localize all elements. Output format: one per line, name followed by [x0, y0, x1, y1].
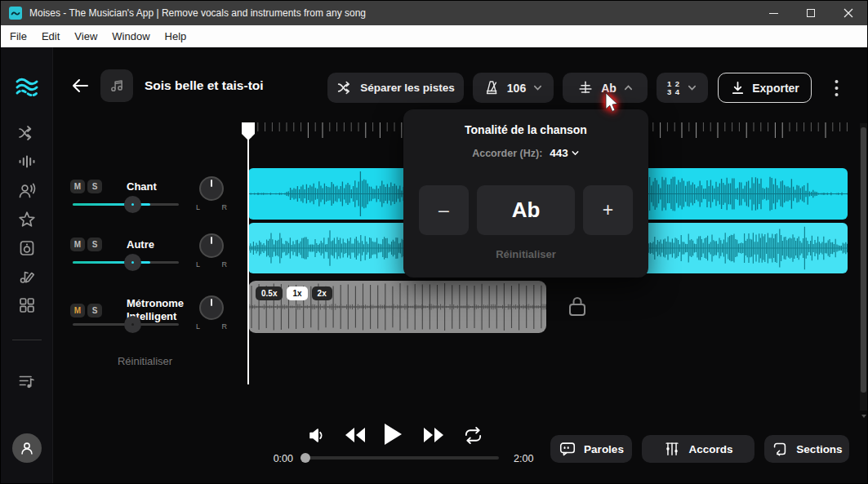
bpm-button[interactable]: 106 — [473, 73, 554, 103]
export-button[interactable]: Exporter — [718, 73, 812, 103]
vertical-scrollbar[interactable] — [860, 123, 867, 411]
rewind-button[interactable] — [344, 427, 367, 443]
forward-button[interactable] — [422, 427, 445, 443]
menu-edit[interactable]: Edit — [34, 25, 67, 47]
rewind-icon — [344, 427, 367, 443]
solo-button[interactable]: S — [87, 238, 102, 251]
speech-bubble-icon — [559, 440, 576, 458]
lock-icon[interactable] — [566, 294, 589, 320]
sidebar-item-compose[interactable] — [17, 267, 37, 286]
menubar: File Edit View Window Help — [1, 25, 867, 47]
more-options-button[interactable] — [826, 77, 846, 100]
slider-thumb[interactable] — [124, 316, 141, 333]
app-window: Moises - The Musician's App | Remove voc… — [0, 0, 868, 484]
volume-button[interactable] — [307, 425, 327, 446]
speed-0.5x-button[interactable]: 0.5x — [256, 286, 283, 300]
pan-right-label: R — [222, 203, 228, 211]
seek-bar[interactable] — [300, 456, 499, 460]
slider-thumb[interactable] — [124, 196, 141, 213]
speed-2x-button[interactable]: 2x — [312, 286, 332, 300]
sidebar-item-separate[interactable] — [17, 123, 37, 143]
volume-slider[interactable] — [73, 199, 179, 209]
chevron-down-icon — [687, 82, 697, 93]
lyrics-label: Paroles — [584, 443, 624, 455]
song-title: Sois belle et tais-toi — [145, 78, 264, 93]
sections-button[interactable]: Sections — [764, 435, 849, 463]
solo-button[interactable]: S — [87, 180, 102, 193]
speed-1x-button[interactable]: 1x — [287, 286, 307, 300]
maximize-icon — [807, 9, 815, 17]
volume-slider[interactable] — [73, 319, 179, 329]
sections-label: Sections — [796, 443, 842, 455]
mixer-row-other: M S Autre L R — [70, 232, 274, 287]
mute-button[interactable]: M — [70, 238, 85, 251]
play-button[interactable] — [383, 423, 403, 446]
sidebar-item-voice[interactable] — [17, 181, 37, 201]
loop-icon — [463, 425, 483, 446]
chevron-up-icon — [623, 82, 634, 93]
close-button[interactable] — [830, 1, 867, 25]
scrollbar-down-arrow[interactable] — [860, 412, 867, 420]
pan-right-label: R — [222, 260, 228, 269]
pitch-icon — [576, 79, 594, 97]
solo-button[interactable]: S — [87, 304, 102, 317]
sidebar-item-apps[interactable] — [17, 295, 37, 315]
mixer-reset-link[interactable]: Réinitialiser — [78, 355, 212, 367]
menu-file[interactable]: File — [2, 25, 34, 47]
key-panel-title: Tonalité de la chanson — [403, 123, 648, 136]
key-increase-button[interactable]: + — [583, 185, 633, 235]
section-loop-icon — [771, 440, 789, 458]
slider-thumb[interactable] — [124, 254, 141, 271]
mute-button[interactable]: M — [70, 180, 85, 193]
track-metronome[interactable]: 0.5x 1x 2x — [248, 281, 546, 333]
key-decrease-button[interactable]: – — [419, 185, 469, 235]
pan-left-label: L — [196, 203, 200, 211]
maximize-button[interactable] — [792, 1, 830, 25]
titlebar: Moises - The Musician's App | Remove voc… — [1, 1, 867, 25]
key-value-display[interactable]: Ab — [477, 185, 575, 235]
tuning-select[interactable]: 443 — [550, 147, 580, 159]
time-signature-button[interactable]: 1 2 3 4 — [657, 73, 708, 103]
pan-knob[interactable]: L R — [194, 233, 229, 271]
mute-button[interactable]: M — [70, 304, 85, 317]
sidebar-item-amp[interactable] — [17, 238, 37, 258]
pan-knob[interactable]: L R — [194, 176, 229, 214]
mouse-cursor — [599, 91, 621, 115]
mixer-row-metronome: M S Métronome Intelligent L R — [70, 289, 274, 344]
speaker-icon — [307, 425, 327, 446]
scrollbar-thumb[interactable] — [861, 127, 866, 393]
menu-help[interactable]: Help — [158, 25, 194, 47]
close-icon — [844, 8, 853, 18]
chords-button[interactable]: Accords — [642, 435, 754, 463]
lyrics-button[interactable]: Paroles — [550, 435, 632, 463]
pan-left-label: L — [196, 260, 200, 269]
separate-tracks-button[interactable]: Séparer les pistes — [327, 73, 464, 103]
pan-knob[interactable]: L R — [194, 295, 229, 333]
sidebar-divider — [12, 340, 42, 340]
minimize-button[interactable] — [754, 1, 792, 25]
loop-button[interactable] — [463, 425, 483, 446]
volume-slider[interactable] — [73, 257, 179, 267]
track-name: Autre — [127, 238, 154, 251]
download-icon — [730, 80, 746, 95]
menu-window[interactable]: Window — [105, 25, 157, 47]
tuning-label: Accorder (Hz): — [472, 148, 542, 159]
chevron-down-icon — [571, 149, 580, 158]
separate-tracks-label: Séparer les pistes — [360, 82, 455, 94]
back-button[interactable] — [69, 75, 91, 96]
account-avatar[interactable] — [12, 433, 42, 463]
playhead-line — [247, 122, 249, 384]
menu-view[interactable]: View — [67, 25, 105, 47]
sidebar-item-playlist[interactable] — [17, 372, 37, 392]
sidebar — [1, 47, 53, 484]
play-icon — [383, 423, 403, 446]
sidebar-item-favorites[interactable] — [17, 210, 37, 229]
song-thumbnail — [100, 69, 133, 102]
seek-thumb[interactable] — [300, 453, 310, 463]
bpm-value: 106 — [507, 82, 526, 95]
sidebar-item-audio[interactable] — [17, 152, 37, 171]
key-reset-link[interactable]: Réinitialiser — [403, 248, 648, 260]
total-time: 2:00 — [514, 453, 546, 464]
metronome-icon — [483, 79, 501, 96]
time-signature-value: 1 2 3 4 — [667, 80, 680, 96]
